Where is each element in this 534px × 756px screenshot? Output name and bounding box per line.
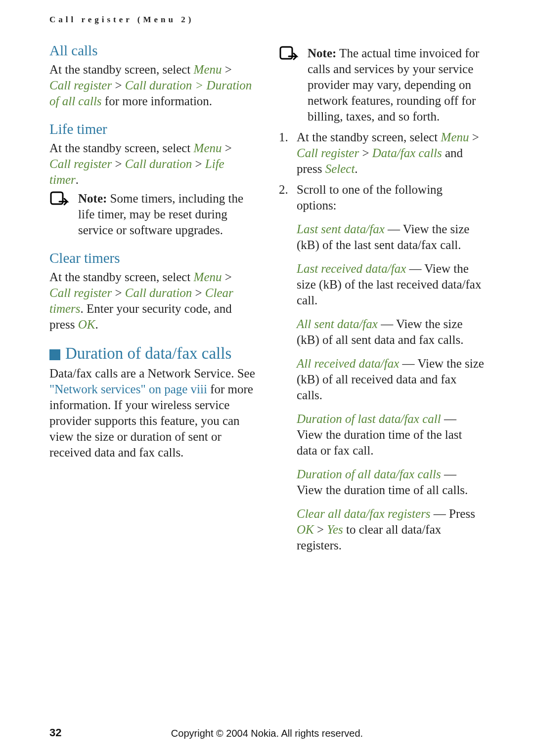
menu-path: OK: [297, 523, 314, 536]
note-label: Note:: [78, 192, 107, 205]
note-text: Note: Some timers, including the life ti…: [78, 191, 255, 238]
text: At the standby screen, select: [49, 63, 194, 76]
option-clear-all: Clear all data/fax registers — Press OK …: [279, 506, 485, 553]
menu-path: Select: [325, 162, 355, 175]
note-icon: [49, 191, 71, 212]
menu-path: Call duration: [125, 157, 192, 170]
note-life-timer: Note: Some timers, including the life ti…: [49, 191, 255, 238]
option-label: All sent data/fax: [297, 317, 378, 331]
option-last-sent: Last sent data/fax — View the size (kB) …: [279, 221, 485, 253]
menu-path: Data/fax calls: [372, 146, 442, 160]
sep: >: [192, 157, 205, 170]
text: At the standby screen, select: [49, 270, 194, 284]
sep: >: [112, 79, 125, 92]
note-label: Note:: [308, 46, 336, 60]
note-invoice: Note: The actual time invoiced for calls…: [279, 45, 485, 125]
menu-path: Call register: [49, 79, 112, 92]
clear-timers-paragraph: At the standby screen, select Menu > Cal…: [49, 269, 255, 333]
heading-clear-timers: Clear timers: [49, 250, 255, 266]
header-runner: Call register (Menu 2): [49, 15, 485, 25]
all-calls-paragraph: At the standby screen, select Menu > Cal…: [49, 62, 255, 109]
option-duration-last: Duration of last data/fax call — View th…: [279, 411, 485, 459]
step-1: At the standby screen, select Menu > Cal…: [279, 129, 485, 177]
option-all-sent: All sent data/fax — View the size (kB) o…: [279, 316, 485, 348]
sep: >: [359, 146, 372, 160]
right-column: Note: The actual time invoiced for calls…: [279, 42, 485, 553]
period: .: [355, 162, 357, 175]
footer-copyright: Copyright © 2004 Nokia. All rights reser…: [0, 728, 534, 739]
sep: >: [192, 79, 206, 92]
heading-duration-datafax: Duration of data/fax calls: [49, 344, 255, 363]
menu-path: Call duration: [125, 79, 192, 92]
heading-all-calls: All calls: [49, 42, 255, 59]
text: At the standby screen, select: [49, 141, 194, 155]
option-label: Clear all data/fax registers: [297, 507, 431, 520]
option-duration-all: Duration of all data/fax calls — View th…: [279, 466, 485, 498]
option-label: All received data/fax: [297, 357, 399, 370]
sep: >: [222, 141, 232, 155]
option-label: Last sent data/fax: [297, 222, 385, 236]
menu-path: Menu: [194, 141, 222, 155]
option-label: Duration of all data/fax calls: [297, 467, 441, 481]
note-icon: [279, 45, 301, 67]
content-columns: All calls At the standby screen, select …: [49, 42, 485, 553]
menu-path: Menu: [194, 270, 222, 284]
sep: >: [222, 63, 232, 76]
menu-path: Call register: [49, 157, 112, 170]
steps-list: At the standby screen, select Menu > Cal…: [279, 129, 485, 213]
link-network-services[interactable]: "Network services" on page viii: [49, 382, 207, 396]
heading-text: Duration of data/fax calls: [65, 344, 231, 363]
menu-path: Yes: [327, 523, 343, 536]
menu-path: Call duration: [125, 286, 192, 299]
text: At the standby screen, select: [297, 130, 441, 144]
menu-path: Call register: [297, 146, 359, 160]
menu-path: Call register: [49, 286, 112, 299]
text: for more information.: [102, 94, 213, 108]
text: Data/fax calls are a Network Service. Se…: [49, 367, 255, 380]
duration-paragraph: Data/fax calls are a Network Service. Se…: [49, 366, 255, 461]
option-label: Last received data/fax: [297, 262, 406, 275]
menu-path: Menu: [441, 130, 469, 144]
sep: >: [112, 286, 125, 299]
period: .: [95, 318, 98, 331]
heading-life-timer: Life timer: [49, 121, 255, 137]
step-2: Scroll to one of the following options:: [279, 182, 485, 213]
life-timer-paragraph: At the standby screen, select Menu > Cal…: [49, 140, 255, 188]
left-column: All calls At the standby screen, select …: [49, 42, 255, 553]
option-text: — Press: [431, 507, 475, 520]
option-label: Duration of last data/fax call: [297, 412, 441, 425]
option-all-received: All received data/fax — View the size (k…: [279, 356, 485, 403]
menu-path: Menu: [194, 63, 222, 76]
sep: >: [469, 130, 479, 144]
period: .: [76, 173, 79, 186]
option-last-received: Last received data/fax — View the size (…: [279, 261, 485, 308]
section-bullet-icon: [49, 349, 60, 360]
sep: >: [192, 286, 205, 299]
menu-path: OK: [78, 318, 95, 331]
sep: >: [222, 270, 232, 284]
note-text: Note: The actual time invoiced for calls…: [308, 45, 485, 125]
sep: >: [112, 157, 125, 170]
sep: >: [314, 523, 327, 536]
